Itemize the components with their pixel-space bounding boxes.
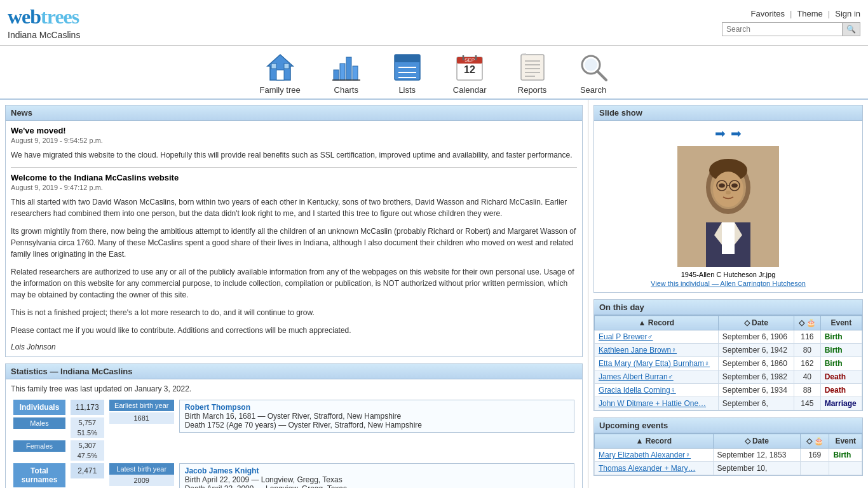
header-left: webtrees Indiana McCaslins bbox=[8, 5, 80, 40]
earliest-birth-birth: Birth March 16, 1681 — Oyster River, Str… bbox=[185, 412, 569, 421]
svg-text:SEP: SEP bbox=[465, 57, 475, 63]
favorites-link[interactable]: Favorites bbox=[751, 9, 785, 18]
col-age-label: 🎂 bbox=[806, 318, 816, 327]
event-cell: Birth bbox=[820, 344, 862, 357]
event-cell: Marriage bbox=[820, 397, 862, 410]
upcoming-col-date[interactable]: ◇ Date bbox=[713, 434, 800, 449]
col-header-age[interactable]: ◇ 🎂 bbox=[794, 316, 820, 330]
news-title-1: We've moved! bbox=[11, 126, 577, 135]
record-link[interactable]: Thomas Alexander + Mary… bbox=[599, 464, 695, 473]
col-record-label: Record bbox=[648, 318, 674, 327]
svg-rect-5 bbox=[340, 64, 345, 80]
stats-intro: This family tree was last updated on Jan… bbox=[11, 384, 577, 393]
record-link[interactable]: Mary Elizabeth Alexander♀ bbox=[599, 451, 691, 459]
stat-cell: Robert Thompson Birth March 16, 1681 — O… bbox=[177, 398, 577, 462]
svg-point-28 bbox=[585, 58, 597, 71]
stats-individuals-row: Individuals 11,173 Earliest birth year 1… bbox=[11, 398, 577, 416]
sort-up-icon-3: ◇ bbox=[799, 318, 804, 327]
header-links: Favorites | Theme | Sign in bbox=[751, 9, 860, 18]
news-text-2a: This all started with two David Wason Mc… bbox=[11, 196, 577, 219]
nav-item-search[interactable]: Search bbox=[563, 48, 624, 98]
news-item-2: Welcome to the Indiana McCaslins website… bbox=[11, 173, 577, 351]
news-text-2c: Related researchers are authorized to us… bbox=[11, 266, 577, 301]
svg-rect-10 bbox=[395, 55, 420, 62]
record-link[interactable]: John W Ditmare + Hattie One… bbox=[599, 399, 706, 408]
table-row: Mary Elizabeth Alexander♀ September 12, … bbox=[595, 449, 862, 462]
females-value: 5,307 bbox=[71, 440, 104, 451]
svg-rect-6 bbox=[346, 57, 351, 80]
event-cell: Death bbox=[820, 370, 862, 384]
table-row: John W Ditmare + Hattie One… September 6… bbox=[595, 397, 862, 410]
table-row: Gracia Idella Corning♀ September 6, 1934… bbox=[595, 384, 862, 397]
nav-item-charts[interactable]: Charts bbox=[316, 48, 377, 98]
upcoming-events-body: ▲ Record ◇ Date ◇ 🎂 bbox=[594, 433, 862, 475]
latest-birth-detail: Jacob James Knight Birth April 22, 2009 … bbox=[179, 463, 574, 488]
col-header-record[interactable]: ▲ Record bbox=[595, 316, 719, 330]
col-date-label: Date bbox=[752, 318, 768, 327]
slideshow-section: Slide show ➡ ➡ bbox=[593, 105, 863, 293]
event-cell: Birth bbox=[820, 357, 862, 370]
news-text-2b: Its grown mightily from there, now being… bbox=[11, 226, 577, 260]
sort-up-icon: ▲ bbox=[639, 318, 646, 327]
on-this-day-body: ▲ Record ◇ Date ◇ 🎂 bbox=[594, 315, 862, 410]
upcoming-col-age[interactable]: ◇ 🎂 bbox=[800, 434, 829, 449]
on-this-day-section: On this day ▲ Record ◇ Date bbox=[593, 299, 863, 411]
record-link[interactable]: Etta Mary (Mary Etta) Burnham♀ bbox=[599, 359, 710, 368]
slideshow-controls: ➡ ➡ bbox=[599, 126, 857, 141]
col-event-label: Event bbox=[831, 318, 852, 327]
calendar-icon: 12 SEP bbox=[454, 52, 485, 83]
date-cell: September 6, 1934 bbox=[718, 384, 794, 397]
nav-item-calendar[interactable]: 12 SEP Calendar bbox=[438, 48, 502, 98]
event-cell bbox=[829, 462, 862, 475]
news-date-1: August 9, 2019 - 9:54:52 p.m. bbox=[11, 137, 577, 144]
stat-cell: Males bbox=[11, 416, 68, 439]
slideshow-header: Slide show bbox=[594, 105, 862, 121]
main-nav: Family tree Charts Lists 12 SEP bbox=[0, 46, 868, 100]
nav-label-search: Search bbox=[580, 85, 606, 95]
slideshow-prev[interactable]: ➡ bbox=[715, 126, 726, 141]
stat-cell: Jacob James Knight Birth April 22, 2009 … bbox=[177, 462, 577, 488]
nav-item-reports[interactable]: Reports bbox=[502, 48, 563, 98]
svg-rect-7 bbox=[353, 66, 358, 80]
date-cell: September 6, 1942 bbox=[718, 344, 794, 357]
record-link[interactable]: Kathleen Jane Brown♀ bbox=[599, 346, 677, 355]
search-box: 🔍 bbox=[722, 22, 860, 36]
upcoming-col-record[interactable]: ▲ Record bbox=[595, 434, 714, 449]
logo[interactable]: webtrees bbox=[8, 5, 80, 29]
nav-label-lists: Lists bbox=[398, 85, 416, 95]
slideshow-link[interactable]: View this individual — Allen Carrington … bbox=[599, 280, 857, 287]
record-link[interactable]: James Albert Burran♂ bbox=[599, 372, 674, 381]
svg-rect-2 bbox=[271, 64, 276, 69]
search-input[interactable] bbox=[722, 22, 843, 36]
record-link[interactable]: Eual P Brewer♂ bbox=[599, 332, 653, 341]
signin-link[interactable]: Sign in bbox=[835, 9, 860, 18]
svg-point-35 bbox=[731, 184, 738, 188]
slideshow-caption: 1945-Allen C Hutcheson Jr.jpg bbox=[599, 271, 857, 278]
col-header-event[interactable]: Event bbox=[820, 316, 862, 330]
nav-item-family-tree[interactable]: Family tree bbox=[244, 48, 315, 98]
individuals-value: 11,173 bbox=[71, 400, 104, 415]
search-button[interactable]: 🔍 bbox=[843, 22, 860, 36]
col-header-date[interactable]: ◇ Date bbox=[718, 316, 794, 330]
chart-icon bbox=[331, 52, 362, 83]
stat-cell: Latest birth year 2009 bbox=[107, 462, 177, 488]
theme-link[interactable]: Theme bbox=[797, 9, 822, 18]
news-title-2: Welcome to the Indiana McCaslins website bbox=[11, 173, 577, 182]
news-text-2d: This is not a finished project; there's … bbox=[11, 307, 577, 318]
up-sort-icon: ▲ bbox=[636, 437, 644, 445]
sep1: | bbox=[790, 9, 792, 18]
slideshow-next[interactable]: ➡ bbox=[731, 126, 742, 141]
upcoming-col-event[interactable]: Event bbox=[829, 434, 862, 449]
individuals-label: Individuals bbox=[13, 400, 65, 415]
record-link[interactable]: Gracia Idella Corning♀ bbox=[599, 386, 676, 395]
upcoming-header-row: ▲ Record ◇ Date ◇ 🎂 bbox=[595, 434, 862, 449]
date-cell: September 10, bbox=[713, 462, 800, 475]
date-cell: September 6, 1982 bbox=[718, 370, 794, 384]
nav-item-lists[interactable]: Lists bbox=[377, 48, 438, 98]
statistics-body: This family tree was last updated on Jan… bbox=[6, 379, 582, 488]
stat-cell: 11,173 bbox=[68, 398, 107, 416]
statistics-section: Statistics — Indiana McCaslins This fami… bbox=[5, 363, 583, 488]
stat-cell: Females bbox=[11, 439, 68, 462]
age-cell: 88 bbox=[794, 384, 820, 397]
event-cell: Death bbox=[820, 384, 862, 397]
